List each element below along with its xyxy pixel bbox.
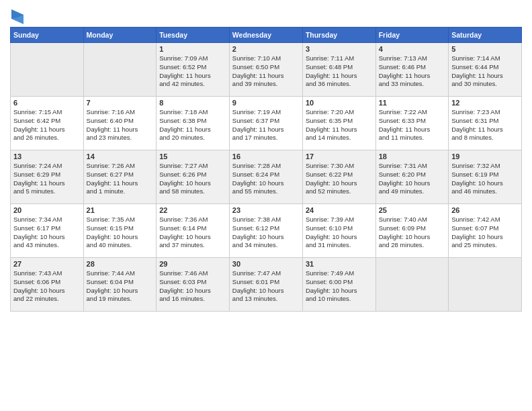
day-number: 13 bbox=[13, 152, 81, 161]
calendar-cell bbox=[375, 258, 449, 312]
calendar-cell: 4Sunrise: 7:13 AM Sunset: 6:46 PM Daylig… bbox=[375, 43, 449, 97]
calendar-cell: 21Sunrise: 7:35 AM Sunset: 6:15 PM Dayli… bbox=[83, 204, 157, 258]
day-info: Sunrise: 7:36 AM Sunset: 6:14 PM Dayligh… bbox=[159, 216, 226, 250]
calendar-cell: 5Sunrise: 7:14 AM Sunset: 6:44 PM Daylig… bbox=[449, 43, 522, 97]
day-info: Sunrise: 7:11 AM Sunset: 6:48 PM Dayligh… bbox=[306, 54, 373, 89]
calendar-cell: 9Sunrise: 7:19 AM Sunset: 6:37 PM Daylig… bbox=[229, 97, 302, 150]
day-info: Sunrise: 7:23 AM Sunset: 6:31 PM Dayligh… bbox=[451, 108, 519, 142]
day-number: 4 bbox=[379, 45, 446, 53]
calendar-cell: 6Sunrise: 7:15 AM Sunset: 6:42 PM Daylig… bbox=[11, 97, 84, 150]
day-number: 23 bbox=[232, 206, 300, 214]
day-number: 3 bbox=[306, 45, 373, 53]
day-number: 14 bbox=[87, 152, 154, 161]
calendar-cell: 13Sunrise: 7:24 AM Sunset: 6:29 PM Dayli… bbox=[11, 150, 84, 204]
calendar-cell: 26Sunrise: 7:42 AM Sunset: 6:07 PM Dayli… bbox=[449, 204, 522, 258]
calendar-cell: 10Sunrise: 7:20 AM Sunset: 6:35 PM Dayli… bbox=[302, 97, 375, 150]
day-info: Sunrise: 7:31 AM Sunset: 6:20 PM Dayligh… bbox=[379, 162, 446, 196]
day-info: Sunrise: 7:43 AM Sunset: 6:06 PM Dayligh… bbox=[13, 269, 81, 304]
day-number: 27 bbox=[13, 260, 81, 268]
dow-header-sunday: Sunday bbox=[11, 28, 84, 43]
calendar-cell: 18Sunrise: 7:31 AM Sunset: 6:20 PM Dayli… bbox=[375, 150, 449, 204]
dow-header-saturday: Saturday bbox=[449, 28, 522, 43]
day-info: Sunrise: 7:26 AM Sunset: 6:27 PM Dayligh… bbox=[87, 162, 154, 196]
day-number: 25 bbox=[379, 206, 446, 214]
day-number: 19 bbox=[451, 152, 519, 161]
logo-icon bbox=[11, 9, 24, 24]
day-number: 20 bbox=[13, 206, 81, 214]
day-info: Sunrise: 7:34 AM Sunset: 6:17 PM Dayligh… bbox=[13, 216, 81, 250]
calendar-cell bbox=[83, 43, 157, 97]
calendar-cell: 28Sunrise: 7:44 AM Sunset: 6:04 PM Dayli… bbox=[83, 258, 157, 312]
day-info: Sunrise: 7:47 AM Sunset: 6:01 PM Dayligh… bbox=[232, 269, 300, 304]
dow-header-tuesday: Tuesday bbox=[157, 28, 230, 43]
day-info: Sunrise: 7:15 AM Sunset: 6:42 PM Dayligh… bbox=[13, 108, 81, 142]
calendar-cell: 17Sunrise: 7:30 AM Sunset: 6:22 PM Dayli… bbox=[302, 150, 375, 204]
day-number: 9 bbox=[232, 99, 300, 107]
calendar-cell: 8Sunrise: 7:18 AM Sunset: 6:38 PM Daylig… bbox=[157, 97, 230, 150]
day-number: 15 bbox=[159, 152, 226, 161]
calendar-cell: 7Sunrise: 7:16 AM Sunset: 6:40 PM Daylig… bbox=[83, 97, 157, 150]
day-info: Sunrise: 7:10 AM Sunset: 6:50 PM Dayligh… bbox=[232, 54, 300, 89]
day-number: 7 bbox=[87, 99, 154, 107]
day-number: 26 bbox=[451, 206, 519, 214]
day-info: Sunrise: 7:35 AM Sunset: 6:15 PM Dayligh… bbox=[87, 216, 154, 250]
day-info: Sunrise: 7:40 AM Sunset: 6:09 PM Dayligh… bbox=[379, 216, 446, 250]
day-info: Sunrise: 7:14 AM Sunset: 6:44 PM Dayligh… bbox=[451, 54, 519, 89]
day-info: Sunrise: 7:22 AM Sunset: 6:33 PM Dayligh… bbox=[379, 108, 446, 142]
day-info: Sunrise: 7:20 AM Sunset: 6:35 PM Dayligh… bbox=[306, 108, 373, 142]
day-number: 8 bbox=[159, 99, 226, 107]
day-number: 29 bbox=[159, 260, 226, 268]
day-info: Sunrise: 7:18 AM Sunset: 6:38 PM Dayligh… bbox=[159, 108, 226, 142]
day-info: Sunrise: 7:30 AM Sunset: 6:22 PM Dayligh… bbox=[306, 162, 373, 196]
day-number: 2 bbox=[232, 45, 300, 53]
day-number: 10 bbox=[306, 99, 373, 107]
day-info: Sunrise: 7:16 AM Sunset: 6:40 PM Dayligh… bbox=[87, 108, 154, 142]
calendar-cell: 16Sunrise: 7:28 AM Sunset: 6:24 PM Dayli… bbox=[229, 150, 302, 204]
day-info: Sunrise: 7:44 AM Sunset: 6:04 PM Dayligh… bbox=[87, 269, 154, 304]
dow-header-monday: Monday bbox=[83, 28, 157, 43]
day-info: Sunrise: 7:13 AM Sunset: 6:46 PM Dayligh… bbox=[379, 54, 446, 89]
calendar-cell: 24Sunrise: 7:39 AM Sunset: 6:10 PM Dayli… bbox=[302, 204, 375, 258]
day-of-week-row: SundayMondayTuesdayWednesdayThursdayFrid… bbox=[11, 28, 522, 43]
calendar-cell: 23Sunrise: 7:38 AM Sunset: 6:12 PM Dayli… bbox=[229, 204, 302, 258]
day-info: Sunrise: 7:39 AM Sunset: 6:10 PM Dayligh… bbox=[306, 216, 373, 250]
day-number: 24 bbox=[306, 206, 373, 214]
day-info: Sunrise: 7:32 AM Sunset: 6:19 PM Dayligh… bbox=[451, 162, 519, 196]
calendar-cell: 27Sunrise: 7:43 AM Sunset: 6:06 PM Dayli… bbox=[11, 258, 84, 312]
calendar-cell: 19Sunrise: 7:32 AM Sunset: 6:19 PM Dayli… bbox=[449, 150, 522, 204]
dow-header-wednesday: Wednesday bbox=[229, 28, 302, 43]
day-number: 11 bbox=[379, 99, 446, 107]
calendar-cell: 12Sunrise: 7:23 AM Sunset: 6:31 PM Dayli… bbox=[449, 97, 522, 150]
day-number: 28 bbox=[87, 260, 154, 268]
day-number: 18 bbox=[379, 152, 446, 161]
day-number: 17 bbox=[306, 152, 373, 161]
day-number: 31 bbox=[306, 260, 373, 268]
day-number: 22 bbox=[159, 206, 226, 214]
day-number: 16 bbox=[232, 152, 300, 161]
dow-header-friday: Friday bbox=[375, 28, 449, 43]
calendar-cell: 2Sunrise: 7:10 AM Sunset: 6:50 PM Daylig… bbox=[229, 43, 302, 97]
day-number: 6 bbox=[13, 99, 81, 107]
day-info: Sunrise: 7:42 AM Sunset: 6:07 PM Dayligh… bbox=[451, 216, 519, 250]
calendar-cell bbox=[11, 43, 84, 97]
day-number: 1 bbox=[159, 45, 226, 53]
day-info: Sunrise: 7:28 AM Sunset: 6:24 PM Dayligh… bbox=[232, 162, 300, 196]
calendar-cell: 25Sunrise: 7:40 AM Sunset: 6:09 PM Dayli… bbox=[375, 204, 449, 258]
day-info: Sunrise: 7:09 AM Sunset: 6:52 PM Dayligh… bbox=[159, 54, 226, 89]
calendar-table: SundayMondayTuesdayWednesdayThursdayFrid… bbox=[10, 27, 522, 312]
day-info: Sunrise: 7:24 AM Sunset: 6:29 PM Dayligh… bbox=[13, 162, 81, 196]
day-number: 30 bbox=[232, 260, 300, 268]
calendar-cell bbox=[449, 258, 522, 312]
logo bbox=[10, 7, 24, 24]
day-info: Sunrise: 7:49 AM Sunset: 6:00 PM Dayligh… bbox=[306, 269, 373, 304]
calendar-cell: 14Sunrise: 7:26 AM Sunset: 6:27 PM Dayli… bbox=[83, 150, 157, 204]
calendar-cell: 31Sunrise: 7:49 AM Sunset: 6:00 PM Dayli… bbox=[302, 258, 375, 312]
calendar-cell: 30Sunrise: 7:47 AM Sunset: 6:01 PM Dayli… bbox=[229, 258, 302, 312]
day-info: Sunrise: 7:46 AM Sunset: 6:03 PM Dayligh… bbox=[159, 269, 226, 304]
day-number: 5 bbox=[451, 45, 519, 53]
calendar-cell: 3Sunrise: 7:11 AM Sunset: 6:48 PM Daylig… bbox=[302, 43, 375, 97]
calendar-cell: 1Sunrise: 7:09 AM Sunset: 6:52 PM Daylig… bbox=[157, 43, 230, 97]
calendar-cell: 22Sunrise: 7:36 AM Sunset: 6:14 PM Dayli… bbox=[157, 204, 230, 258]
dow-header-thursday: Thursday bbox=[302, 28, 375, 43]
day-info: Sunrise: 7:19 AM Sunset: 6:37 PM Dayligh… bbox=[232, 108, 300, 142]
